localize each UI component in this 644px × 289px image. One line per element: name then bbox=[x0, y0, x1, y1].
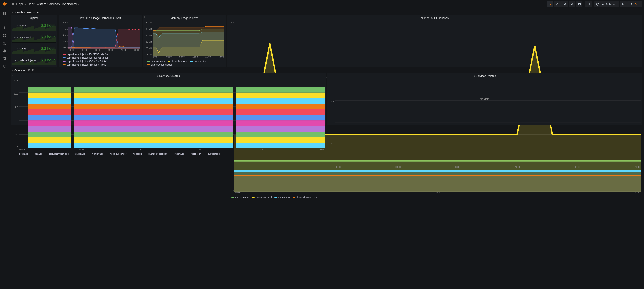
save-button[interactable] bbox=[568, 1, 575, 7]
legend-item[interactable]: dapr-placement bbox=[252, 196, 272, 199]
create-icon[interactable] bbox=[2, 26, 7, 30]
settings-button[interactable] bbox=[576, 1, 582, 7]
panel-memory[interactable]: i Memory usage in bytes 40 MB35 MB30 MB2… bbox=[143, 15, 226, 67]
legend-item[interactable]: addapp bbox=[31, 153, 42, 155]
chevron-down-icon: ⌄ bbox=[11, 69, 13, 71]
svg-rect-60 bbox=[74, 126, 233, 132]
svg-rect-75 bbox=[236, 104, 324, 109]
panel-cpu[interactable]: i Total CPU usage (kernel and user) 8 ms… bbox=[59, 15, 142, 67]
legend-item[interactable]: dapr-operator bbox=[232, 196, 249, 199]
breadcrumb[interactable]: Dapr › Dapr System Services Dashboard ▾ bbox=[16, 2, 79, 6]
legend-item[interactable]: node-subscriber bbox=[106, 153, 126, 155]
info-icon[interactable]: i bbox=[60, 16, 60, 18]
legend-item[interactable]: divideapp bbox=[71, 153, 85, 155]
legend-item[interactable]: calculator-front-end bbox=[45, 153, 69, 155]
legend-item[interactable]: dapr-sentry bbox=[190, 60, 206, 63]
svg-rect-6 bbox=[3, 36, 4, 37]
legend-item[interactable]: pythonapp bbox=[170, 153, 184, 155]
settings-gear-icon[interactable] bbox=[2, 56, 7, 61]
page-title[interactable]: Dapr System Services Dashboard bbox=[28, 2, 77, 6]
svg-rect-12 bbox=[12, 4, 13, 5]
svg-text:+: + bbox=[551, 3, 552, 4]
chevron-down-icon: ▾ bbox=[617, 3, 618, 5]
legend-item[interactable]: dapr-sidecar-injector-69c7bd99b6-7g6pm bbox=[63, 56, 109, 59]
chevron-down-icon[interactable]: ▾ bbox=[78, 3, 79, 5]
memory-chart[interactable] bbox=[152, 21, 224, 56]
uptime-value: 6.3 hour bbox=[41, 46, 55, 51]
trash-icon[interactable] bbox=[32, 69, 34, 72]
add-panel-button[interactable]: + bbox=[547, 1, 553, 7]
svg-rect-53 bbox=[28, 104, 71, 109]
share-button[interactable] bbox=[561, 1, 568, 7]
star-button[interactable] bbox=[554, 1, 560, 7]
time-range-picker[interactable]: Last 24 hours ▾ bbox=[594, 1, 620, 7]
svg-rect-68 bbox=[236, 143, 324, 148]
svg-rect-57 bbox=[74, 143, 233, 148]
svg-rect-73 bbox=[236, 115, 324, 120]
section-health[interactable]: ⌄ Health & Resource bbox=[11, 9, 642, 15]
svg-rect-58 bbox=[74, 137, 233, 143]
uptime-label: dapr-operator bbox=[14, 24, 29, 27]
legend: actorappaddappcalculator-front-enddivide… bbox=[11, 152, 326, 156]
gear-icon[interactable] bbox=[27, 69, 30, 72]
services-created-chart[interactable] bbox=[19, 79, 324, 148]
legend-item[interactable]: dapr-sidecar-injector-55d74557cb-9nj2n bbox=[63, 53, 108, 56]
legend-item[interactable]: nodeapp bbox=[129, 153, 142, 155]
legend-item[interactable]: subtractapp bbox=[204, 153, 220, 155]
svg-rect-63 bbox=[74, 109, 233, 115]
legend-item[interactable]: dapr-placement bbox=[168, 60, 188, 63]
section-title: Health & Resource bbox=[14, 11, 39, 14]
xaxis: 00:0008:0016:00 bbox=[234, 192, 641, 195]
legend-item[interactable]: dapr-operator bbox=[147, 60, 165, 63]
legend-item[interactable]: dapr-sidecar-injector-75c55b5bf4-b7jjg bbox=[63, 63, 106, 66]
svg-rect-77 bbox=[236, 93, 324, 98]
services-deleted-chart[interactable] bbox=[335, 79, 641, 166]
grafana-logo[interactable] bbox=[2, 2, 8, 8]
dashboard-list-icon[interactable] bbox=[11, 2, 14, 6]
legend-item[interactable]: react-form bbox=[187, 153, 201, 155]
panel-uptime[interactable]: Uptime dapr-operator 6.3 hour dapr-place… bbox=[11, 15, 57, 67]
panel-services-created[interactable]: i # Services Created 12.510.07.55.02.50 … bbox=[11, 73, 326, 125]
alert-icon[interactable] bbox=[2, 49, 7, 53]
xaxis: 00:0004:0008:0012:0016:0020:00 bbox=[19, 148, 324, 152]
svg-rect-47 bbox=[28, 137, 71, 143]
svg-rect-56 bbox=[28, 87, 71, 93]
yaxis: 40 MB35 MB30 MB25 MB20 MB15 MB bbox=[144, 21, 152, 59]
legend-item[interactable]: actorapp bbox=[15, 153, 28, 155]
cycle-view-button[interactable] bbox=[585, 1, 592, 7]
uptime-label: dapr-sentry bbox=[14, 47, 26, 50]
xaxis: 00:0004:0008:0012:0016:0020:00 bbox=[68, 49, 140, 52]
zoom-out-button[interactable] bbox=[620, 1, 627, 7]
yaxis: 1.00.50-0.5-1.0 bbox=[329, 79, 335, 169]
panel-services-deleted[interactable]: i # Services Deleted 1.00.50-0.5-1.0 00:… bbox=[328, 73, 642, 125]
apps-icon[interactable] bbox=[2, 33, 7, 38]
legend-item[interactable]: multiplyapp bbox=[88, 153, 104, 155]
uptime-row: dapr-placement 6.3 hour bbox=[12, 31, 56, 43]
svg-point-20 bbox=[622, 3, 624, 5]
panel-title: Total CPU usage (kernel and user) bbox=[59, 15, 142, 20]
svg-rect-62 bbox=[74, 115, 233, 120]
legend-item[interactable]: dapr-sidecar-injector bbox=[293, 196, 318, 199]
breadcrumb-root[interactable]: Dapr bbox=[16, 2, 23, 6]
svg-rect-49 bbox=[28, 126, 71, 132]
svg-rect-54 bbox=[28, 98, 71, 104]
info-icon[interactable]: i bbox=[144, 16, 145, 18]
svg-rect-52 bbox=[28, 109, 71, 115]
legend-item[interactable]: python-subscriber bbox=[145, 153, 167, 155]
uptime-value: 6.3 hour bbox=[41, 23, 55, 28]
shield-icon[interactable] bbox=[2, 64, 7, 68]
svg-rect-18 bbox=[587, 3, 590, 5]
dashboards-icon[interactable] bbox=[2, 11, 7, 15]
info-icon[interactable]: i bbox=[12, 74, 13, 76]
refresh-button[interactable]: 15m ▾ bbox=[628, 1, 642, 7]
legend-item[interactable]: dapr-sentry bbox=[274, 196, 290, 199]
legend-item[interactable]: dapr-sidecar-injector-69c7bd99b6-tz4v2 bbox=[63, 60, 108, 63]
explore-icon[interactable] bbox=[2, 41, 7, 45]
cpu-chart[interactable] bbox=[68, 21, 140, 49]
legend: dapr-operatordapr-placementdapr-sentryda… bbox=[143, 59, 226, 67]
svg-rect-67 bbox=[74, 87, 233, 93]
panel-goroutines[interactable]: Number of GO routines 150100500 00:0008:… bbox=[227, 15, 642, 67]
info-icon[interactable]: i bbox=[328, 74, 329, 76]
legend-item[interactable]: dapr-sidecar-injector bbox=[147, 63, 172, 66]
panel-title: # Services Deleted bbox=[328, 73, 642, 78]
